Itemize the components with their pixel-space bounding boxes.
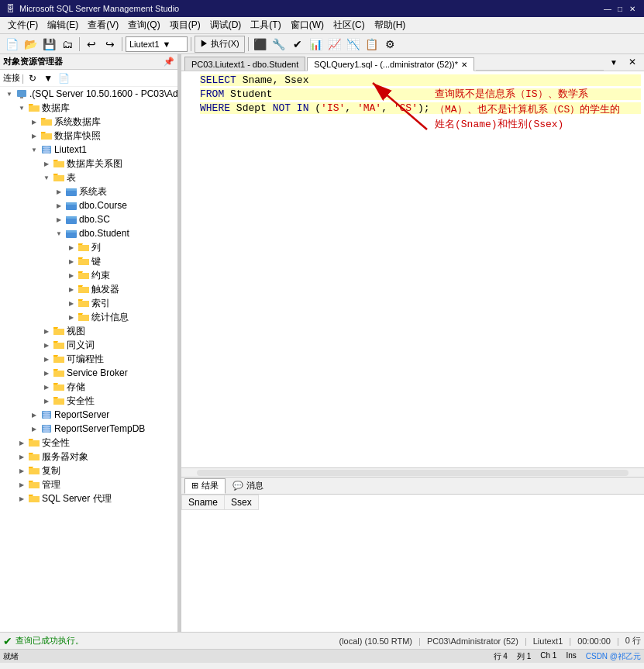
save-all-btn[interactable]: 🗂 <box>59 36 76 53</box>
tree-label-29: SQL Server 代理 <box>42 492 112 505</box>
tree-item-16[interactable]: ▶统计信息 <box>0 310 177 324</box>
panel-pin[interactable]: 📌 <box>164 57 174 67</box>
expand-icon-26: ▶ <box>15 450 28 463</box>
menu-tools[interactable]: 工具(T) <box>246 17 285 33</box>
tree-item-0[interactable]: ▼.(SQL Server 10.50.1600 - PC03\Administ <box>0 87 177 101</box>
tree-item-11[interactable]: ▶列 <box>0 240 177 254</box>
save-btn[interactable]: 💾 <box>40 36 57 53</box>
tree-item-14[interactable]: ▶触发器 <box>0 282 177 296</box>
tree-item-2[interactable]: ▶系统数据库 <box>0 115 177 129</box>
client-stats-btn[interactable]: 📋 <box>363 36 381 53</box>
tree-item-18[interactable]: ▶同义词 <box>0 338 177 352</box>
tree-item-12[interactable]: ▶键 <box>0 254 177 268</box>
tree-label-4: Liutext1 <box>54 144 87 155</box>
tree-item-23[interactable]: ▶ReportServer <box>0 408 177 422</box>
tree-label-24: ReportServerTempDB <box>54 423 145 434</box>
tab-close-all-btn[interactable]: ✕ <box>624 54 641 71</box>
undo-btn[interactable]: ↩ <box>83 36 100 53</box>
stop-btn[interactable]: ⬛ <box>252 36 269 53</box>
tree-item-9[interactable]: ▶dbo.SC <box>0 212 177 226</box>
tab-sqlquery[interactable]: SQLQuery1.sql - (...dministrator (52))* … <box>307 57 474 71</box>
filter-btn[interactable]: ▼ <box>41 71 55 85</box>
tree-item-24[interactable]: ▶ReportServerTempDB <box>0 422 177 436</box>
tree-item-15[interactable]: ▶索引 <box>0 296 177 310</box>
tree-node-icon-26 <box>28 450 40 463</box>
tree-item-1[interactable]: ▼数据库 <box>0 101 177 115</box>
tree-item-25[interactable]: ▶安全性 <box>0 436 177 450</box>
col-sname: Sname <box>182 495 225 510</box>
tree-item-8[interactable]: ▶dbo.Course <box>0 198 177 212</box>
query-opts-btn[interactable]: ⚙ <box>382 36 399 53</box>
tree-item-6[interactable]: ▼表 <box>0 171 177 184</box>
bottom-bar: 就绪 行 4 列 1 Ch 1 Ins CSDN @祁乙元 <box>0 649 644 663</box>
tree-item-20[interactable]: ▶Service Broker <box>0 366 177 380</box>
panel-toolbar: 连接 | ↻ ▼ 📄 <box>0 70 177 87</box>
tree-item-22[interactable]: ▶安全性 <box>0 394 177 408</box>
tree-container[interactable]: ▼.(SQL Server 10.50.1600 - PC03\Administ… <box>0 87 177 632</box>
tree-item-13[interactable]: ▶约束 <box>0 268 177 282</box>
tree-item-5[interactable]: ▶数据库关系图 <box>0 157 177 171</box>
tab-label-sqlquery: SQLQuery1.sql - (...dministrator (52))* <box>314 60 458 69</box>
estimated-plan-btn[interactable]: 📈 <box>326 36 343 53</box>
menu-debug[interactable]: 调试(D) <box>205 17 246 33</box>
expand-icon-4: ▼ <box>28 143 40 156</box>
result-table: Sname Ssex <box>181 495 259 510</box>
menu-edit[interactable]: 编辑(E) <box>43 17 83 33</box>
menu-community[interactable]: 社区(C) <box>329 17 370 33</box>
main-toolbar: 📄 📂 💾 🗂 ↩ ↪ Liutext1 ▼ ▶ 执行(X) ⬛ 🔧 ✔ 📊 📈… <box>0 34 644 54</box>
tree-item-17[interactable]: ▶视图 <box>0 324 177 338</box>
tree-label-13: 约束 <box>91 269 110 282</box>
tree-item-29[interactable]: ▶SQL Server 代理 <box>0 491 177 505</box>
tree-label-8: dbo.Course <box>79 200 127 211</box>
tree-item-28[interactable]: ▶管理 <box>0 478 177 491</box>
svg-point-20 <box>43 428 50 430</box>
tab-list-btn[interactable]: ▼ <box>605 54 622 71</box>
tree-item-10[interactable]: ▼dbo.Student <box>0 226 177 240</box>
summary-btn[interactable]: 📄 <box>57 71 71 85</box>
menu-window[interactable]: 窗口(W) <box>286 17 329 33</box>
tree-item-7[interactable]: ▶系统表 <box>0 184 177 198</box>
tree-node-icon-12 <box>77 255 90 267</box>
tree-item-21[interactable]: ▶存储 <box>0 380 177 394</box>
menu-query[interactable]: 查询(Q) <box>123 17 164 33</box>
tree-item-4[interactable]: ▼Liutext1 <box>0 143 177 157</box>
server-dropdown[interactable]: Liutext1 ▼ <box>126 36 188 52</box>
svg-point-4 <box>43 149 50 151</box>
tree-label-16: 统计信息 <box>91 311 129 324</box>
include-actual-btn[interactable]: 📉 <box>345 36 362 53</box>
annotation-text: 查询既不是信息系（IS）、数学系（MA）、也不是计算机系（CS）的学生的姓名(S… <box>435 87 621 133</box>
parse-btn[interactable]: ✔ <box>289 36 306 53</box>
menu-file[interactable]: 文件(F) <box>3 17 43 33</box>
h-scrollbar[interactable] <box>181 467 644 477</box>
debug-btn[interactable]: 🔧 <box>270 36 288 53</box>
separator-3 <box>191 37 191 51</box>
tree-item-19[interactable]: ▶可编程性 <box>0 352 177 366</box>
expand-icon-16: ▶ <box>65 311 77 323</box>
result-tab-messages[interactable]: 💬 消息 <box>226 478 270 494</box>
results-btn[interactable]: 📊 <box>308 36 325 53</box>
minimize-btn[interactable]: — <box>602 3 613 14</box>
expand-icon-20: ▶ <box>40 367 53 379</box>
close-btn[interactable]: ✕ <box>627 3 638 14</box>
new-query-btn[interactable]: 📄 <box>3 36 20 53</box>
maximize-btn[interactable]: □ <box>615 3 625 14</box>
tree-node-icon-21 <box>53 381 65 393</box>
menu-project[interactable]: 项目(P) <box>165 17 205 33</box>
execute-btn[interactable]: ▶ 执行(X) <box>195 36 245 53</box>
tree-item-3[interactable]: ▶数据库快照 <box>0 129 177 143</box>
menu-view[interactable]: 查看(V) <box>83 17 123 33</box>
result-tab-results[interactable]: ⊞ 结果 <box>184 478 226 494</box>
open-btn[interactable]: 📂 <box>22 36 39 53</box>
tab-close-btn[interactable]: ✕ <box>461 60 467 69</box>
tree-item-26[interactable]: ▶服务器对象 <box>0 450 177 464</box>
tree-node-icon-9 <box>65 213 77 226</box>
svg-rect-13 <box>66 230 77 233</box>
expand-icon-24: ▶ <box>28 422 40 435</box>
sql-content[interactable]: SELECT Sname, Ssex FROM Student WHERE Sd… <box>181 71 644 467</box>
menu-help[interactable]: 帮助(H) <box>370 17 411 33</box>
refresh-btn[interactable]: ↻ <box>26 71 40 85</box>
redo-btn[interactable]: ↪ <box>102 36 119 53</box>
col-pos: 列 1 <box>517 651 531 662</box>
tree-item-27[interactable]: ▶复制 <box>0 464 177 478</box>
tab-student[interactable]: PC03.Liutext1 - dbo.Student <box>184 57 305 71</box>
